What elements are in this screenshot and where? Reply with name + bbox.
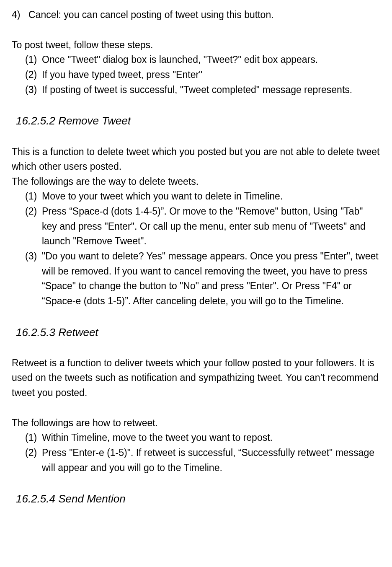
post-step-1-text: Once "Tweet" dialog box is launched, "Tw… — [42, 52, 318, 67]
spacer — [12, 401, 380, 416]
post-step-2-text: If you have typed tweet, press "Enter" — [42, 67, 202, 83]
post-step-2: (2) If you have typed tweet, press "Ente… — [12, 67, 380, 83]
retweet-step-2: (2) Press "Enter-e (1-5)". If retweet is… — [12, 445, 380, 475]
remove-step-1-marker: (1) — [25, 189, 42, 204]
remove-step-1-text: Move to your tweet which you want to del… — [42, 189, 283, 204]
item4-marker: 4) — [12, 8, 28, 23]
heading-retweet: 16.2.5.3 Retweet — [12, 324, 380, 341]
remove-step-1: (1) Move to your tweet which you want to… — [12, 189, 380, 204]
heading-remove-tweet: 16.2.5.2 Remove Tweet — [12, 112, 380, 129]
post-step-1-marker: (1) — [25, 52, 42, 67]
spacer — [12, 23, 380, 38]
retweet-p2: The followings are how to retweet. — [12, 416, 380, 431]
remove-step-3-text: "Do you want to delete? Yes" message app… — [42, 249, 380, 309]
spacer — [12, 97, 380, 112]
item4-text: Cancel: you can cancel posting of tweet … — [28, 8, 274, 23]
remove-p1: This is a function to delete tweet which… — [12, 145, 380, 174]
post-step-3-text: If posting of tweet is successful, "Twee… — [42, 83, 352, 98]
remove-step-3-marker: (3) — [25, 249, 42, 309]
remove-step-2-text: Press “Space-d (dots 1-4-5)”. Or move to… — [42, 204, 380, 249]
spacer — [12, 341, 380, 356]
post-step-1: (1) Once "Tweet" dialog box is launched,… — [12, 52, 380, 67]
retweet-step-2-marker: (2) — [25, 445, 42, 475]
spacer — [12, 129, 380, 145]
retweet-step-2-text: Press "Enter-e (1-5)". If retweet is suc… — [42, 445, 380, 475]
retweet-step-1-marker: (1) — [25, 430, 42, 445]
retweet-p1: Retweet is a function to deliver tweets … — [12, 356, 380, 401]
spacer — [12, 475, 380, 490]
retweet-step-1: (1) Within Timeline, move to the tweet y… — [12, 430, 380, 445]
spacer — [12, 309, 380, 324]
remove-step-2-marker: (2) — [25, 204, 42, 249]
heading-send-mention: 16.2.5.4 Send Mention — [12, 490, 380, 507]
post-step-3: (3) If posting of tweet is successful, "… — [12, 83, 380, 98]
retweet-step-1-text: Within Timeline, move to the tweet you w… — [42, 430, 273, 445]
post-step-3-marker: (3) — [25, 83, 42, 98]
remove-step-3: (3) "Do you want to delete? Yes" message… — [12, 249, 380, 309]
remove-step-2: (2) Press “Space-d (dots 1-4-5)”. Or mov… — [12, 204, 380, 249]
list-item-4: 4) Cancel: you can cancel posting of twe… — [12, 8, 380, 23]
remove-p2: The followings are the way to delete twe… — [12, 174, 380, 189]
post-step-2-marker: (2) — [25, 67, 42, 83]
post-intro: To post tweet, follow these steps. — [12, 38, 380, 53]
